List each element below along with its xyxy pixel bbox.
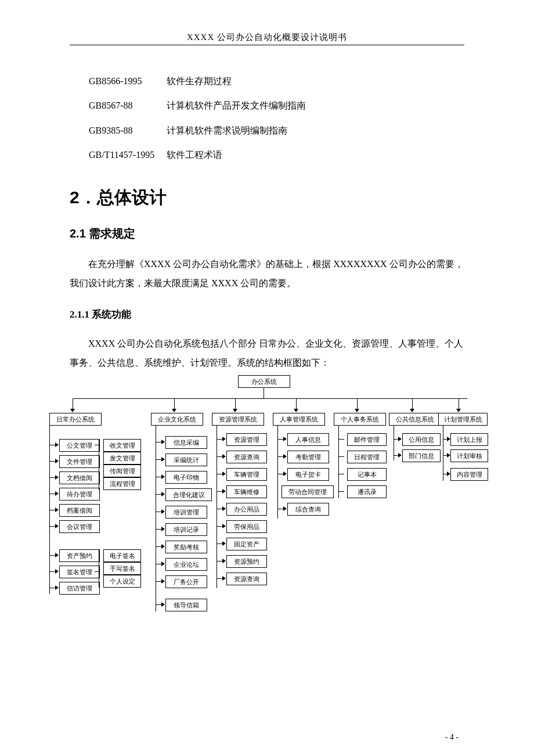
list-item: 文档借阅 [59, 471, 100, 484]
list-item: 档案借阅 [59, 504, 100, 517]
list-item: 计划审核 [450, 449, 488, 462]
table-row: GB/T11457-1995软件工程术语 [88, 143, 306, 167]
body-text: XXXX 公司办公自动化系统包括八个部分 日常办公、企业文化、资源管理、人事管理… [70, 334, 464, 373]
section-heading: 2．总体设计 [70, 186, 464, 210]
list-item: 收文管理 [103, 439, 141, 452]
list-item: 固定资产 [226, 538, 267, 550]
list-item: 资源查询 [226, 451, 267, 463]
list-item: 资源预约 [226, 555, 267, 568]
subsection-heading: 2.1 需求规定 [70, 226, 464, 242]
list-item: 电子印物 [165, 471, 207, 484]
list-item: 资源查询 [226, 573, 267, 585]
list-item: 公文管理 [59, 439, 100, 452]
list-item: 信访管理 [59, 582, 100, 595]
running-header: XXXX 公司办公自动化概要设计说明书 [70, 32, 464, 45]
list-item: 流程管理 [103, 477, 141, 490]
list-item: 车辆管理 [226, 468, 267, 481]
list-item: 手写签名 [103, 562, 141, 575]
list-item: 综合查询 [287, 503, 329, 516]
list-item: 个人设定 [103, 575, 141, 588]
list-item: 内容管理 [450, 468, 488, 481]
list-item: 会议管理 [59, 520, 100, 533]
list-item: 公用信息 [402, 433, 441, 446]
list-item: 合理化建议 [165, 488, 212, 501]
list-item: 传阅管理 [103, 465, 141, 477]
list-item: 培训管理 [165, 506, 207, 519]
list-item: 劳动合同管理 [282, 485, 334, 498]
chart-root: 办公系统 [238, 375, 290, 388]
sys-daily: 日常办公系统 [49, 413, 102, 426]
page-number: - 4 - [445, 733, 459, 742]
list-item: 办公用品 [226, 503, 267, 516]
document-page: XXXX 公司办公自动化概要设计说明书 GB8566-1995软件生存期过程 G… [0, 0, 534, 756]
list-item: 培训记录 [165, 523, 207, 536]
list-item: 采编统计 [165, 453, 207, 466]
list-item: 通讯录 [347, 485, 387, 498]
sys-hr: 人事管理系统 [273, 413, 325, 426]
list-item: 计划上报 [450, 433, 488, 446]
list-item: 文件管理 [59, 455, 100, 468]
sys-public: 公共信息系统 [389, 413, 441, 426]
list-item: 奖励考核 [165, 541, 207, 553]
list-item: 企业论坛 [165, 558, 207, 571]
list-item: 部门信息 [402, 449, 441, 462]
sys-resource: 资源管理系统 [212, 413, 264, 426]
list-item: 人事信息 [287, 433, 329, 446]
list-item: 签名管理 [59, 566, 100, 578]
list-item: 记事本 [347, 468, 387, 481]
list-item: 邮件管理 [347, 433, 387, 446]
list-item: 信息采编 [165, 436, 207, 449]
table-row: GB8567-88计算机软件产品开发文件编制指南 [88, 94, 306, 117]
sys-personal: 个人事务系统 [334, 413, 386, 426]
org-chart: 办公系统 日常办公系统 企业文化系统 资源管理系统 人事管理系统 个人事务系统 … [41, 375, 482, 654]
list-item: 资源管理 [226, 433, 267, 446]
list-item: 资产预约 [59, 549, 100, 562]
list-item: 劳保用品 [226, 520, 267, 533]
list-item: 发文管理 [103, 452, 141, 465]
header-rule [70, 45, 464, 45]
list-item: 电子签名 [103, 549, 141, 562]
list-item: 车辆维修 [226, 485, 267, 498]
list-item: 日程管理 [347, 451, 387, 463]
sys-culture: 企业文化系统 [151, 413, 203, 426]
reference-table: GB8566-1995软件生存期过程 GB8567-88计算机软件产品开发文件编… [87, 69, 308, 168]
list-item: 电子贺卡 [287, 468, 329, 481]
list-item: 考勤管理 [287, 451, 329, 463]
subsubsection-heading: 2.1.1 系统功能 [70, 308, 464, 321]
sys-plan: 计划管理系统 [438, 413, 488, 426]
list-item: 厂务公开 [165, 575, 207, 588]
list-item: 领导信箱 [165, 599, 207, 611]
table-row: GB8566-1995软件生存期过程 [88, 70, 306, 93]
list-item: 待办管理 [59, 488, 100, 501]
table-row: GB9385-88计算机软件需求说明编制指南 [88, 119, 306, 142]
body-text: 在充分理解《XXXX 公司办公自动化需求》的基础上，根据 XXXXXXXX 公司… [70, 254, 464, 293]
